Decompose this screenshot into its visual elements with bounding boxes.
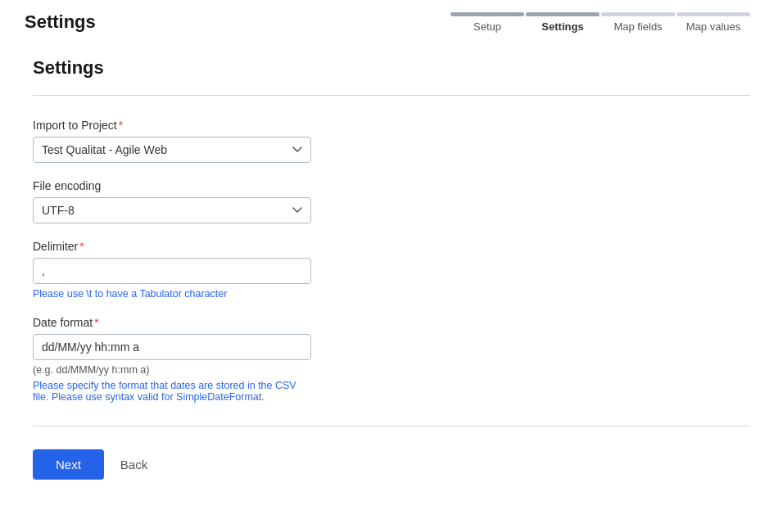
import-project-select[interactable]: Test Qualitat - Agile Web (33, 137, 311, 163)
wizard-step-settings: Settings (526, 12, 600, 33)
delimiter-hint: Please use \t to have a Tabulator charac… (33, 288, 311, 300)
required-star-project: * (119, 119, 123, 132)
wizard-steps: Setup Settings Map fields Map values (450, 12, 750, 33)
step-label-map-fields: Map fields (613, 20, 662, 33)
back-button[interactable]: Back (120, 449, 147, 480)
step-bar-setup (450, 12, 524, 16)
step-bar-settings (526, 12, 600, 16)
required-star-delimiter: * (79, 240, 84, 253)
next-button[interactable]: Next (33, 449, 104, 480)
file-encoding-group: File encoding UTF-8 (33, 179, 311, 223)
file-encoding-select[interactable]: UTF-8 (33, 197, 311, 223)
required-star-date: * (94, 316, 98, 329)
file-encoding-label: File encoding (33, 179, 311, 192)
main-content: Settings Import to Project* Test Qualita… (0, 33, 783, 504)
app-title: Settings (25, 11, 96, 33)
step-label-map-values: Map values (686, 20, 740, 33)
delimiter-input[interactable] (33, 258, 311, 284)
wizard-step-map-fields: Map fields (601, 12, 675, 33)
step-bar-map-values (677, 12, 750, 16)
date-format-example: (e.g. dd/MMM/yy h:mm a) (33, 364, 311, 376)
top-header: Settings Setup Settings Map fields Map v… (0, 0, 783, 33)
button-row: Next Back (33, 449, 750, 480)
top-divider (33, 95, 750, 96)
wizard-step-setup: Setup (450, 12, 524, 33)
import-project-group: Import to Project* Test Qualitat - Agile… (33, 119, 311, 163)
date-format-label: Date format* (33, 316, 311, 329)
delimiter-label: Delimiter* (33, 240, 311, 253)
step-bar-map-fields (601, 12, 675, 16)
step-label-settings: Settings (541, 20, 583, 33)
step-label-setup: Setup (473, 20, 501, 33)
simple-date-format-link[interactable]: SimpleDateFormat (176, 391, 261, 403)
delimiter-group: Delimiter* Please use \t to have a Tabul… (33, 240, 311, 300)
import-project-label: Import to Project* (33, 119, 311, 132)
date-format-input[interactable] (33, 334, 311, 360)
page-title: Settings (33, 57, 750, 79)
date-format-hint: Please specify the format that dates are… (33, 380, 311, 403)
date-format-group: Date format* (e.g. dd/MMM/yy h:mm a) Ple… (33, 316, 311, 403)
bottom-divider (33, 426, 750, 426)
wizard-step-map-values: Map values (677, 12, 750, 33)
